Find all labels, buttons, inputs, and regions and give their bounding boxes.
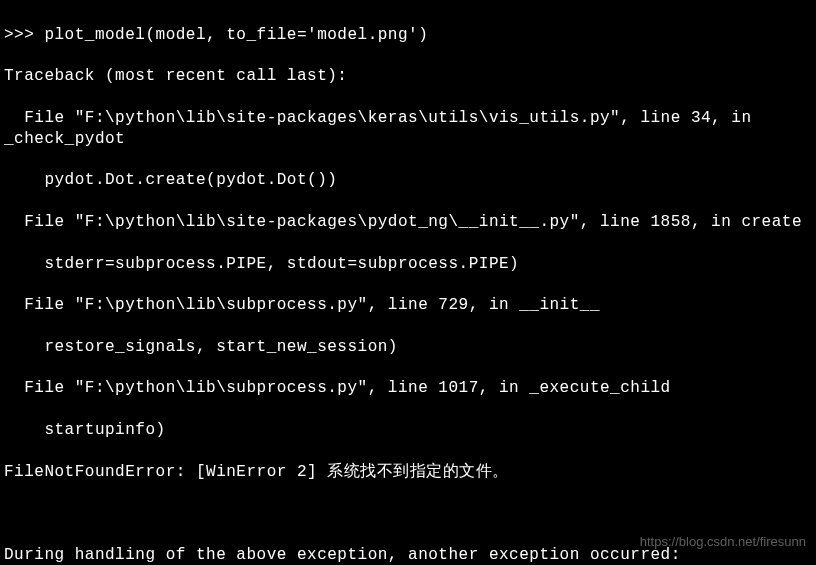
terminal-line: File "F:\python\lib\site-packages\pydot_… xyxy=(4,212,812,233)
terminal-line: stderr=subprocess.PIPE, stdout=subproces… xyxy=(4,254,812,275)
terminal-line: Traceback (most recent call last): xyxy=(4,66,812,87)
terminal-line: pydot.Dot.create(pydot.Dot()) xyxy=(4,170,812,191)
terminal-line: >>> plot_model(model, to_file='model.png… xyxy=(4,25,812,46)
terminal-line: startupinfo) xyxy=(4,420,812,441)
watermark-text: https://blog.csdn.net/firesunn xyxy=(640,534,806,551)
terminal-line: FileNotFoundError: [WinError 2] 系统找不到指定的… xyxy=(4,462,812,483)
terminal-line: File "F:\python\lib\subprocess.py", line… xyxy=(4,378,812,399)
terminal-line: restore_signals, start_new_session) xyxy=(4,337,812,358)
terminal-line: File "F:\python\lib\subprocess.py", line… xyxy=(4,295,812,316)
terminal-line: File "F:\python\lib\site-packages\keras\… xyxy=(4,108,812,150)
terminal-line xyxy=(4,503,812,524)
terminal-output[interactable]: >>> plot_model(model, to_file='model.png… xyxy=(4,4,812,565)
